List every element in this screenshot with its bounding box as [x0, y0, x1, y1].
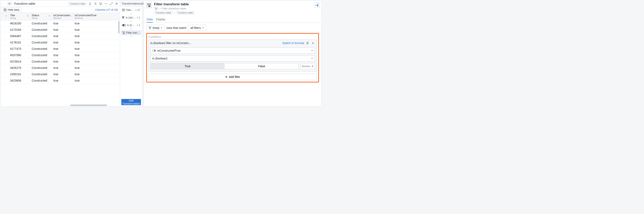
delta-badge: + 17	[135, 9, 140, 12]
table-row[interactable]: 4178191Constructedtruetrue	[0, 39, 120, 46]
cell-title: 4177473	[8, 47, 30, 50]
gear-icon[interactable]	[93, 2, 98, 6]
export-icon[interactable]	[88, 2, 92, 6]
config-subtitle: Filter transform table	[162, 7, 186, 10]
svg-rect-5	[122, 9, 125, 11]
cell-isconstructedtrue: true	[73, 28, 94, 31]
transformations-title: Transformations	[122, 2, 141, 5]
table-row[interactable]: 3394487Constructedtruetrue	[0, 33, 120, 39]
panel-header: ⋮⋮ $F Transform table Transform table	[0, 1, 120, 7]
collapse-panel-icon[interactable]	[141, 2, 144, 6]
card-type-tag[interactable]: Transform table	[68, 2, 87, 5]
operator-select[interactable]: Is (boolean) ▼	[150, 55, 315, 61]
add-chart-icon[interactable]	[314, 2, 319, 8]
table-row[interactable]: 4537580Constructedtruetrue	[0, 52, 120, 58]
chevron-right-icon: ›	[174, 11, 175, 14]
transformation-item[interactable]: Is (boolean)+ 1	[121, 23, 141, 28]
cell-isconstructed: true	[52, 34, 73, 38]
horizontal-scrollbar[interactable]	[70, 104, 107, 106]
cell-title: 4173164	[8, 28, 30, 31]
config-body: Keep ▼ rows that match all filters ▼ Con…	[144, 23, 322, 106]
chevron-down-icon[interactable]: ▼	[27, 15, 29, 17]
cell-isconstructed: true	[52, 41, 73, 44]
cell-status: Constructed	[30, 47, 52, 50]
arrow-down-icon	[121, 20, 141, 23]
chevron-down-icon[interactable]: ▾	[311, 41, 315, 45]
close-icon[interactable]	[114, 2, 119, 6]
transformations-header: Transformations	[120, 1, 142, 7]
table-row[interactable]: 4173164Constructedtruetrue	[0, 27, 120, 33]
table-row[interactable]: 3426275Constructedtruetrue	[0, 65, 120, 71]
transformations-panel: Transformations Table from object set+ 1…	[120, 1, 142, 106]
data-table: ▼ TitleString▼ StatusString▼ isConstruct…	[0, 13, 120, 106]
cell-status: Constructed	[30, 54, 52, 57]
trash-icon[interactable]	[306, 41, 310, 45]
cell-isconstructed: true	[52, 66, 73, 69]
cell-status: Constructed	[30, 34, 52, 38]
filter-icon	[146, 2, 152, 9]
condition-body: IsConstructedTrue ▼ Is (boolean) ▼ True …	[149, 46, 316, 71]
table-row[interactable]: 4616200Constructedtruetrue	[0, 20, 120, 27]
breadcrumb: Transform table › Transform table	[154, 11, 312, 14]
tab-display[interactable]: Display	[156, 16, 166, 23]
all-filters-dropdown[interactable]: all filters ▼	[188, 25, 206, 31]
hide-data-button[interactable]: Hide data	[2, 7, 21, 12]
add-filter-button[interactable]: Add filter	[148, 74, 317, 80]
cell-title: 1090191	[8, 73, 30, 76]
breadcrumb-item[interactable]: Transform table	[154, 11, 173, 14]
table-row[interactable]: 4215614Constructedtruetrue	[0, 58, 120, 65]
chevron-down-icon[interactable]: ▼	[91, 15, 93, 17]
present-icon[interactable]	[98, 2, 103, 6]
rows-match-text: rows that match	[166, 26, 186, 30]
true-button[interactable]: True	[150, 63, 224, 69]
conditions-highlight: Conditions Is (boolean) filter on IsCons…	[146, 33, 319, 82]
panel-collapse-icon	[4, 9, 6, 11]
pilcrow-icon	[122, 16, 124, 19]
plus-icon	[225, 76, 228, 78]
drag-handle-icon[interactable]: ⋮⋮	[2, 2, 6, 5]
cell-title: 3426275	[8, 66, 30, 69]
table-row[interactable]: 3423608Constructedtruetrue	[0, 77, 120, 84]
more-icon[interactable]	[104, 2, 108, 6]
filter-keep-icon	[148, 27, 152, 29]
transformation-item[interactable]: Filter transform table	[121, 30, 141, 35]
chevron-down-icon: ▼	[311, 50, 313, 52]
transformation-item[interactable]: Table from object set+ 17	[121, 8, 141, 12]
checkbox-column-header[interactable]: ▼	[0, 13, 8, 20]
expand-icon[interactable]	[109, 2, 113, 6]
column-header-isconstructedtrue[interactable]: IsConstructedTrueBoolean▼	[73, 13, 94, 20]
id-badge[interactable]: $I	[154, 7, 158, 10]
chevron-down-icon[interactable]: ▼	[48, 15, 50, 17]
vertical-scrollbar[interactable]	[118, 21, 120, 33]
false-button[interactable]: False	[224, 63, 299, 69]
table-header-row: ▼ TitleString▼ StatusString▼ isConstruct…	[0, 13, 120, 20]
breadcrumb-item[interactable]: Transform table	[176, 11, 194, 14]
svg-point-1	[105, 3, 105, 4]
table-body: 4616200Constructedtruetrue4173164Constru…	[0, 20, 120, 106]
switch-to-formula-link[interactable]: Switch to formula	[282, 41, 304, 45]
add-transformation-button[interactable]: Add Transformation	[121, 99, 141, 105]
value-row: True False Boolean ▼	[150, 63, 315, 69]
cell-isconstructed: true	[52, 22, 73, 25]
tab-data[interactable]: Data	[147, 16, 153, 23]
svg-rect-4	[4, 9, 6, 11]
cell-title: 4178191	[8, 41, 30, 44]
cell-isconstructedtrue: true	[73, 22, 94, 25]
svg-point-10	[154, 50, 155, 51]
delta-badge: + 1	[137, 24, 140, 27]
chevron-down-icon[interactable]: ▼	[70, 15, 72, 17]
table-row[interactable]: 4177473Constructedtruetrue	[0, 46, 120, 52]
cell-isconstructed: true	[52, 60, 73, 63]
keep-dropdown[interactable]: Keep ▼	[146, 25, 165, 31]
column-header-status[interactable]: StatusString▼	[30, 13, 52, 20]
columns-link[interactable]: Columns (17 of 19)	[95, 8, 119, 11]
column-header-isconstructed[interactable]: isConstructedBoolean▼	[52, 13, 73, 20]
column-select[interactable]: IsConstructedTrue ▼	[150, 48, 315, 54]
type-select[interactable]: Boolean ▼	[300, 63, 315, 69]
toggle-icon	[122, 24, 126, 26]
transformation-item[interactable]: Is (string)+ 1	[121, 15, 141, 20]
variable-badge[interactable]: $F	[7, 2, 12, 5]
table-row[interactable]: 1090191Constructedtruetrue	[0, 71, 120, 77]
chevron-down-icon[interactable]: ▼	[5, 15, 7, 17]
column-header-title[interactable]: TitleString▼	[8, 13, 30, 20]
